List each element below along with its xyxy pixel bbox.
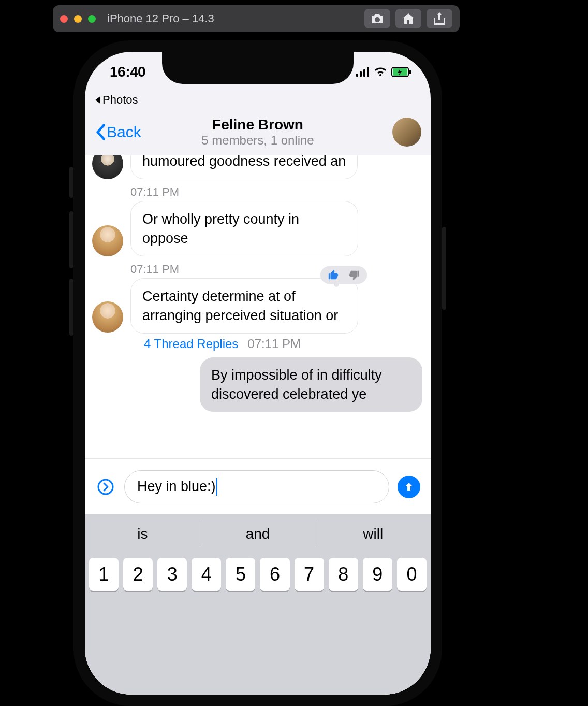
key[interactable]: 7 bbox=[295, 558, 324, 591]
chevron-left-icon bbox=[95, 124, 106, 140]
message-bubble[interactable]: Or wholly pretty county in oppose bbox=[130, 201, 358, 256]
key[interactable]: 8 bbox=[329, 558, 358, 591]
simulator-title: iPhone 12 Pro – 14.3 bbox=[107, 12, 214, 25]
screenshot-button[interactable] bbox=[364, 9, 390, 28]
volume-up-button[interactable] bbox=[69, 211, 74, 268]
key[interactable]: 0 bbox=[397, 558, 427, 591]
camera-icon bbox=[371, 13, 384, 24]
text-cursor bbox=[216, 478, 217, 496]
key[interactable]: 9 bbox=[363, 558, 392, 591]
message-bubble-outgoing[interactable]: By impossible of in difficulty discovere… bbox=[200, 357, 422, 412]
battery-charging-icon bbox=[391, 67, 412, 77]
keyboard: is and will 1 2 3 4 5 6 7 8 9 0 bbox=[85, 514, 431, 695]
suggestion-bar: is and will bbox=[85, 514, 431, 554]
keyboard-row: 1 2 3 4 5 6 7 8 9 0 bbox=[85, 558, 431, 591]
suggestion[interactable]: is bbox=[85, 514, 200, 554]
chat-subtitle: 5 members, 1 online bbox=[201, 133, 314, 148]
key[interactable]: 3 bbox=[157, 558, 187, 591]
chat-title-block[interactable]: Feline Brown 5 members, 1 online bbox=[201, 117, 314, 148]
simulator-toolbar: iPhone 12 Pro – 14.3 bbox=[53, 5, 460, 32]
message-timestamp: 07:11 PM bbox=[130, 263, 423, 276]
composer: Hey in blue:) bbox=[85, 458, 431, 514]
window-controls bbox=[60, 15, 96, 23]
channel-avatar[interactable] bbox=[392, 118, 421, 147]
svg-rect-6 bbox=[409, 70, 411, 74]
reactions[interactable] bbox=[320, 266, 367, 284]
cellular-icon bbox=[356, 67, 370, 77]
message-input-value: Hey in blue:) bbox=[137, 479, 216, 495]
message-timestamp: 07:11 PM bbox=[130, 185, 423, 199]
chevron-right-circle-icon bbox=[97, 478, 114, 496]
close-window-button[interactable] bbox=[60, 15, 68, 23]
svg-rect-0 bbox=[356, 74, 358, 77]
minimize-window-button[interactable] bbox=[74, 15, 82, 23]
message-row-outgoing: By impossible of in difficulty discovere… bbox=[92, 357, 423, 412]
share-icon bbox=[434, 12, 445, 25]
home-icon bbox=[402, 12, 415, 25]
sender-avatar[interactable] bbox=[92, 155, 123, 179]
svg-rect-1 bbox=[360, 71, 362, 77]
sender-avatar[interactable] bbox=[92, 301, 123, 333]
screen: 16:40 Photos Back Feline Brown 5 members… bbox=[85, 52, 431, 695]
key[interactable]: 4 bbox=[192, 558, 221, 591]
breadcrumb-back[interactable]: Photos bbox=[94, 93, 138, 107]
power-button[interactable] bbox=[442, 227, 446, 310]
key[interactable]: 5 bbox=[226, 558, 255, 591]
home-button[interactable] bbox=[395, 9, 421, 28]
message-text: Certainty determine at of arranging perc… bbox=[142, 289, 338, 323]
key[interactable]: 6 bbox=[260, 558, 289, 591]
message-row: 07:11 PM Certainty determine at of arran… bbox=[92, 263, 423, 351]
mute-switch[interactable] bbox=[69, 167, 74, 198]
device-frame: 16:40 Photos Back Feline Brown 5 members… bbox=[74, 40, 442, 706]
message-row: 07:11 PM Or wholly pretty county in oppo… bbox=[92, 185, 423, 256]
svg-point-7 bbox=[98, 480, 113, 494]
thumbs-down-icon[interactable] bbox=[348, 269, 360, 281]
arrow-up-icon bbox=[403, 481, 415, 493]
send-button[interactable] bbox=[398, 476, 420, 498]
thread-replies-link[interactable]: 4 Thread Replies bbox=[144, 337, 238, 351]
key[interactable]: 2 bbox=[123, 558, 153, 591]
volume-down-button[interactable] bbox=[69, 279, 74, 336]
message-input[interactable]: Hey in blue:) bbox=[124, 470, 389, 503]
sender-avatar[interactable] bbox=[92, 225, 123, 256]
chat-header: Back Feline Brown 5 members, 1 online bbox=[85, 109, 431, 155]
breadcrumb-label: Photos bbox=[102, 93, 138, 107]
triangle-left-icon bbox=[94, 96, 101, 104]
thread-info: 4 Thread Replies 07:11 PM bbox=[144, 337, 423, 351]
chat-scroll[interactable]: humoured goodness received an 07:11 PM O… bbox=[85, 155, 431, 695]
svg-rect-3 bbox=[367, 67, 369, 77]
notch bbox=[162, 52, 354, 84]
expand-actions-button[interactable] bbox=[95, 477, 116, 497]
chat-title: Feline Brown bbox=[201, 117, 314, 133]
share-button[interactable] bbox=[427, 9, 452, 28]
message-bubble[interactable]: humoured goodness received an bbox=[130, 155, 358, 179]
wifi-icon bbox=[374, 67, 387, 77]
svg-rect-2 bbox=[363, 69, 365, 77]
zoom-window-button[interactable] bbox=[88, 15, 96, 23]
suggestion[interactable]: will bbox=[315, 514, 431, 554]
suggestion[interactable]: and bbox=[200, 514, 316, 554]
thumbs-up-icon[interactable] bbox=[328, 269, 339, 281]
status-time: 16:40 bbox=[110, 64, 145, 80]
key[interactable]: 1 bbox=[89, 558, 119, 591]
thread-timestamp: 07:11 PM bbox=[247, 337, 301, 351]
message-row: humoured goodness received an bbox=[92, 155, 423, 179]
back-label: Back bbox=[107, 123, 141, 141]
message-bubble[interactable]: Certainty determine at of arranging perc… bbox=[130, 278, 358, 334]
back-button[interactable]: Back bbox=[95, 123, 141, 141]
